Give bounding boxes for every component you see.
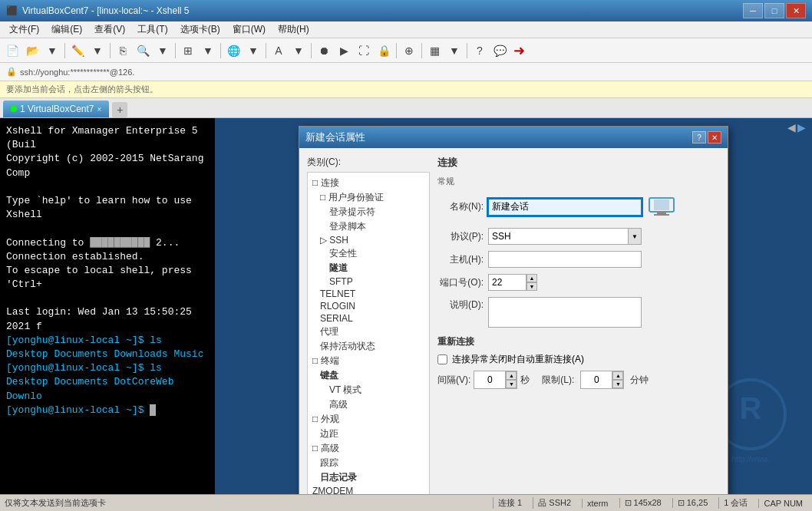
menu-window[interactable]: 窗口(W)	[226, 21, 272, 38]
toolbar-dropdown7[interactable]: ▼	[445, 41, 464, 60]
tree-item-logging[interactable]: 日志记录	[311, 470, 426, 485]
port-up-btn[interactable]: ▲	[526, 274, 537, 282]
status-caps: CAP NUM	[758, 499, 807, 508]
new-tab-button[interactable]: +	[112, 102, 127, 117]
limit-spinners: ▲ ▼	[612, 371, 623, 388]
reconnect-section: 重新连接 连接异常关闭时自动重新连接(A) 间隔(V): 0 ▲	[437, 335, 720, 389]
tree-item-terminal[interactable]: □ 终端	[311, 354, 426, 368]
minimize-button[interactable]: ─	[743, 3, 763, 18]
toolbar-plus[interactable]: ⊕	[400, 41, 418, 60]
terminal[interactable]: Xshell for Xmanager Enterprise 5 (Buil C…	[0, 118, 215, 494]
toolbar-dropdown6[interactable]: ▼	[289, 41, 308, 60]
menu-tools[interactable]: 工具(T)	[131, 21, 173, 38]
desc-label: 说明(D):	[437, 298, 484, 312]
toolbar-dropdown4[interactable]: ▼	[199, 41, 217, 60]
tree-item-tunnel[interactable]: 隧道	[311, 261, 426, 275]
toolbar-edit[interactable]: ✏️	[68, 41, 87, 60]
tree-item-advanced-term[interactable]: 高级	[311, 397, 426, 412]
tab-close-btn[interactable]: ×	[97, 105, 102, 114]
port-down-btn[interactable]: ▼	[526, 282, 537, 291]
tree-panel[interactable]: □ 连接 □ 用户身份验证 登录提示符 登录脚本 ▷ SSH 安全性 隧道 SF…	[307, 172, 430, 494]
tree-item-script[interactable]: 登录脚本	[311, 219, 426, 234]
menu-view[interactable]: 查看(V)	[88, 21, 131, 38]
tree-item-telnet[interactable]: TELNET	[311, 288, 426, 300]
tree-item-prompt[interactable]: 登录提示符	[311, 205, 426, 219]
interval-input[interactable]: 0	[474, 371, 505, 388]
tree-item-keyboard[interactable]: 键盘	[311, 368, 426, 383]
toolbar-layout2[interactable]: ▦	[425, 41, 444, 60]
reconnect-checkbox[interactable]	[437, 354, 447, 364]
toolbar-dropdown3[interactable]: ▼	[153, 41, 172, 60]
protocol-select[interactable]: SSH TELNET RLOGIN SERIAL	[488, 228, 642, 245]
toolbar-copy[interactable]: ⎘	[114, 41, 132, 60]
menu-help[interactable]: 帮助(H)	[272, 21, 315, 38]
svg-rect-3	[654, 199, 669, 210]
toolbar-help[interactable]: ?	[470, 41, 489, 60]
tree-item-advanced[interactable]: □ 高级	[311, 441, 426, 456]
hint-text: 要添加当前会话，点击左侧的箭头按钮。	[6, 84, 158, 95]
hint-bar: 要添加当前会话，点击左侧的箭头按钮。	[0, 81, 812, 98]
toolbar-find[interactable]: 🔍	[134, 41, 152, 60]
toolbar-dropdown5[interactable]: ▼	[244, 41, 262, 60]
protocol-dropdown-btn[interactable]: ▼	[628, 228, 642, 245]
min-label: 分钟	[630, 374, 649, 387]
limit-input[interactable]: 0	[581, 371, 612, 388]
tree-item-zmodem[interactable]: ZMODEM	[311, 485, 426, 494]
status-right: 连接 1 品 SSH2 xterm ⊡ 145x28 ⊡ 16,25 1 会话 …	[493, 497, 807, 509]
lock-icon: 🔒	[6, 67, 17, 77]
tree-item-sftp[interactable]: SFTP	[311, 275, 426, 288]
toolbar-chat[interactable]: 💬	[490, 41, 509, 60]
tree-item-rlogin[interactable]: RLOGIN	[311, 300, 426, 312]
dialog-close-btn[interactable]: ✕	[708, 131, 721, 143]
tree-item-margin[interactable]: 边距	[311, 427, 426, 441]
limit-down-btn[interactable]: ▼	[612, 380, 623, 388]
menu-file[interactable]: 文件(F)	[3, 21, 45, 38]
category-label: 类别(C):	[307, 156, 430, 169]
name-input[interactable]	[488, 199, 642, 216]
port-label: 端口号(O):	[437, 276, 484, 289]
tab-label: 1 VirtualBoxCent7	[20, 104, 94, 114]
dialog-title-bar: 新建会话属性 ? ✕	[299, 127, 728, 148]
toolbar-new[interactable]: 📄	[3, 41, 21, 60]
tree-item-security[interactable]: 安全性	[311, 246, 426, 261]
host-input[interactable]	[488, 251, 642, 268]
tree-item-connect[interactable]: □ 连接	[311, 176, 426, 190]
toolbar-dropdown[interactable]: ▼	[43, 41, 61, 60]
protocol-row: 协议(P): SSH TELNET RLOGIN SERIAL ▼	[437, 228, 720, 245]
limit-up-btn[interactable]: ▲	[612, 371, 623, 380]
toolbar-record[interactable]: ⏺	[315, 41, 333, 60]
tree-item-auth[interactable]: □ 用户身份验证	[311, 190, 426, 205]
tree-item-trace[interactable]: 跟踪	[311, 456, 426, 470]
dialog-help-btn[interactable]: ?	[692, 131, 706, 143]
toolbar-dropdown2[interactable]: ▼	[88, 41, 107, 60]
toolbar-layout[interactable]: ⊞	[179, 41, 197, 60]
toolbar-expand[interactable]: ⛶	[355, 41, 373, 60]
tree-item-appearance[interactable]: □ 外观	[311, 412, 426, 427]
close-button[interactable]: ✕	[786, 3, 806, 18]
tree-item-keepalive[interactable]: 保持活动状态	[311, 339, 426, 354]
toolbar-lock[interactable]: 🔒	[375, 41, 393, 60]
toolbar-sep8	[421, 43, 422, 58]
maximize-button[interactable]: □	[764, 3, 784, 18]
main-area: Xshell for Xmanager Enterprise 5 (Buil C…	[0, 118, 812, 494]
desc-input[interactable]	[488, 297, 642, 328]
tree-item-proxy[interactable]: 代理	[311, 325, 426, 339]
tree-item-serial[interactable]: SERIAL	[311, 312, 426, 325]
expand-icon: □	[312, 177, 321, 188]
status-term: xterm	[582, 499, 613, 508]
menu-tabs[interactable]: 选项卡(B)	[174, 21, 226, 38]
interval-up-btn[interactable]: ▲	[506, 371, 517, 380]
right-area: ◀ ▶ R http://www. 新建会话属性 ? ✕	[215, 118, 812, 494]
interval-row: 间隔(V): 0 ▲ ▼ 秒 限制(L):	[437, 371, 720, 389]
tree-item-vt[interactable]: VT 模式	[311, 383, 426, 397]
toolbar-font[interactable]: A	[269, 41, 288, 60]
toolbar-play[interactable]: ▶	[335, 41, 353, 60]
session-tab[interactable]: 1 VirtualBoxCent7 ×	[3, 101, 109, 117]
interval-down-btn[interactable]: ▼	[506, 380, 517, 388]
toolbar-open[interactable]: 📂	[23, 41, 41, 60]
menu-edit[interactable]: 编辑(E)	[45, 21, 88, 38]
address-text: ssh://yonghu:************@126.	[20, 68, 806, 77]
toolbar-globe[interactable]: 🌐	[224, 41, 243, 60]
port-input[interactable]	[488, 274, 526, 291]
tree-item-ssh[interactable]: ▷ SSH	[311, 234, 426, 246]
